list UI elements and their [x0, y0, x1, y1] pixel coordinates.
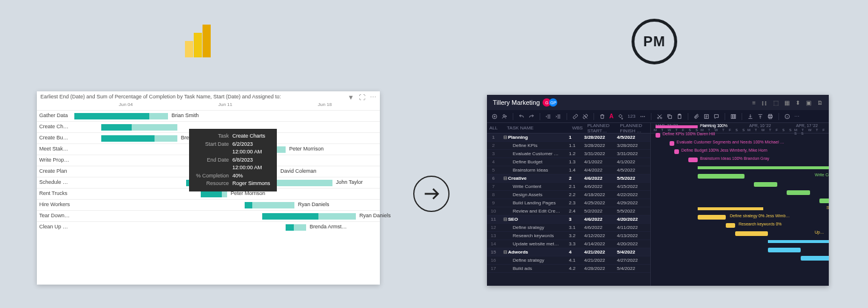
gantt-bar[interactable]	[698, 166, 829, 169]
add-task-icon[interactable]	[492, 114, 498, 119]
table-row[interactable]: 15⊟Adwords44/21/20225/4/2022	[487, 248, 650, 256]
columns-icon[interactable]	[730, 114, 736, 119]
gantt-row[interactable]: Define strategy 0% Jess Wimb…	[651, 213, 829, 221]
assignee-label: Brenda Armst…	[310, 224, 347, 230]
gantt-row[interactable]: Define Budget 100% Jess Wimberly, Mike H…	[651, 148, 829, 156]
table-row[interactable]: 13Research keywords3.24/12/20224/13/2022	[487, 232, 650, 240]
fill-color-icon[interactable]	[617, 114, 623, 119]
table-row[interactable]: 1⊟Planning13/28/20224/5/2022	[487, 134, 650, 142]
gantt-bar[interactable]	[688, 158, 698, 162]
table-row[interactable]: 7Write Content2.14/6/20224/15/2022	[487, 183, 650, 191]
print-icon[interactable]	[767, 114, 773, 119]
gantt-row[interactable]: Write Content 100	[651, 172, 829, 180]
gantt-bar[interactable]	[787, 190, 810, 195]
table-row[interactable]: 4Define Budget1.34/1/20224/1/2022	[487, 158, 650, 166]
workload-view-icon[interactable]: ▣	[806, 100, 811, 106]
gantt-row[interactable]	[651, 189, 829, 197]
gantt-row[interactable]	[651, 238, 829, 246]
table-row[interactable]: 17Build ads4.24/28/20225/4/2022	[487, 265, 650, 273]
table-row[interactable]: 12Define strategy3.14/6/20224/11/2022	[487, 224, 650, 232]
gantt-view-icon[interactable]: ⬚	[773, 100, 778, 106]
gantt-row[interactable]: Clean Up …Brenda Armst…	[37, 221, 380, 232]
note-icon[interactable]	[704, 114, 709, 119]
gantt-bar[interactable]	[698, 207, 763, 210]
more-icon[interactable]: ⋯	[794, 114, 800, 119]
gantt-bar[interactable]	[735, 231, 768, 236]
comment-icon[interactable]	[713, 114, 719, 119]
gantt-bar[interactable]	[768, 240, 829, 243]
gantt-bar-progress	[286, 224, 294, 231]
collaborator-avatars[interactable]: GGP	[544, 98, 557, 107]
percent-icon[interactable]: 123	[627, 114, 635, 119]
text-color-icon[interactable]: A	[609, 113, 613, 119]
gantt-bar[interactable]	[670, 141, 674, 146]
more-options-icon[interactable]: ⋯	[370, 94, 376, 101]
gantt-bar[interactable]	[245, 202, 294, 208]
task-label: Create Plan	[39, 168, 72, 174]
pm-logo-text: PM	[643, 33, 665, 50]
table-row[interactable]: 14Update website met…3.34/14/20224/20/20…	[487, 240, 650, 248]
gantt-row[interactable]	[651, 180, 829, 189]
gantt-bar[interactable]	[726, 223, 735, 228]
gantt-row[interactable]: Define KPIs 100% Daren Hill	[651, 131, 829, 139]
table-row[interactable]: 9Build Landing Pages2.34/25/20224/29/202…	[487, 199, 650, 207]
calendar-view-icon[interactable]: ▦	[784, 100, 790, 106]
gantt-chart[interactable]: MAR, 27 '22M T W T F S SAPR, 3 '22M T W …	[651, 123, 829, 286]
gantt-row[interactable]: Gather DataBrian Smith	[37, 110, 380, 121]
gantt-row[interactable]: Up…	[651, 230, 829, 238]
delete-icon[interactable]	[599, 114, 605, 119]
gantt-row[interactable]	[651, 254, 829, 262]
unlink-icon[interactable]	[582, 114, 588, 119]
gantt-bar-label: Evaluate Customer Segments and Needs 100…	[677, 140, 784, 144]
cut-icon[interactable]	[657, 114, 663, 119]
gantt-row[interactable]: Research keywords 0%	[651, 221, 829, 230]
link-icon[interactable]	[572, 114, 578, 119]
table-row[interactable]: 2Define KPIs1.13/28/20223/28/2022	[487, 142, 650, 150]
gantt-bar[interactable]	[768, 248, 801, 252]
gantt-bar[interactable]	[801, 256, 829, 261]
table-row[interactable]: 10Review and Edit Cre…2.45/2/20225/5/202…	[487, 207, 650, 215]
add-user-icon[interactable]	[502, 114, 507, 119]
list-view-icon[interactable]: ≡	[752, 100, 756, 106]
gantt-row[interactable]	[651, 246, 829, 254]
table-row[interactable]: 3Evaluate Customer …1.23/31/20223/31/202…	[487, 150, 650, 158]
info-icon[interactable]	[784, 114, 790, 119]
gantt-row[interactable]: SEO	[651, 205, 829, 213]
outdent-icon[interactable]	[545, 114, 551, 119]
gantt-bar[interactable]	[698, 215, 726, 220]
indent-icon[interactable]	[555, 114, 561, 119]
undo-icon[interactable]	[519, 114, 524, 119]
gantt-row[interactable]	[651, 164, 829, 172]
focus-mode-icon[interactable]: ⛶	[359, 94, 365, 101]
task-table: ALL TASK NAME WBS PLANNED START… PLANNED…	[487, 123, 651, 286]
gantt-row[interactable]	[651, 197, 829, 205]
gantt-row[interactable]: Brainstorm Ideas 100% Brandon Gray	[651, 156, 829, 164]
gantt-row[interactable]: Tear Down…Ryan Daniels	[37, 210, 380, 221]
gantt-bar[interactable]	[674, 149, 679, 154]
sheet-view-icon[interactable]: ⬍	[795, 100, 800, 106]
gantt-bar[interactable]	[754, 182, 777, 187]
board-view-icon[interactable]: ⫿⫿	[761, 100, 767, 106]
gantt-row[interactable]: Planning 100%	[651, 123, 829, 131]
gantt-row[interactable]: Hire WorkersRyan Daniels	[37, 199, 380, 210]
table-row[interactable]: 11⊟SEO34/6/20224/20/2022	[487, 215, 650, 224]
table-row[interactable]: 16Define strategy4.14/21/20224/27/2022	[487, 256, 650, 265]
table-row[interactable]: 5Brainstorm Ideas1.44/4/20224/5/2022	[487, 166, 650, 174]
gantt-row[interactable]: Evaluate Customer Segments and Needs 100…	[651, 139, 829, 148]
copy-icon[interactable]	[667, 114, 673, 119]
gantt-bar[interactable]	[819, 199, 829, 203]
paste-icon[interactable]	[677, 114, 682, 119]
doc-view-icon[interactable]: 🗎	[817, 100, 823, 106]
filter-icon[interactable]: ▼	[348, 94, 354, 101]
gantt-bar[interactable]	[656, 133, 660, 138]
table-row[interactable]: 8Design Assets2.24/18/20224/22/2022	[487, 191, 650, 199]
export-icon[interactable]	[757, 114, 763, 119]
svg-rect-7	[668, 115, 671, 118]
redo-icon[interactable]	[529, 114, 534, 119]
gantt-bar[interactable]	[656, 125, 698, 128]
table-row[interactable]: 6⊟Creative24/6/20225/5/2022	[487, 174, 650, 183]
attachment-icon[interactable]	[694, 114, 699, 119]
gantt-bar[interactable]	[698, 174, 745, 179]
import-icon[interactable]	[747, 114, 753, 119]
percent-dropdown-icon[interactable]	[640, 114, 646, 119]
